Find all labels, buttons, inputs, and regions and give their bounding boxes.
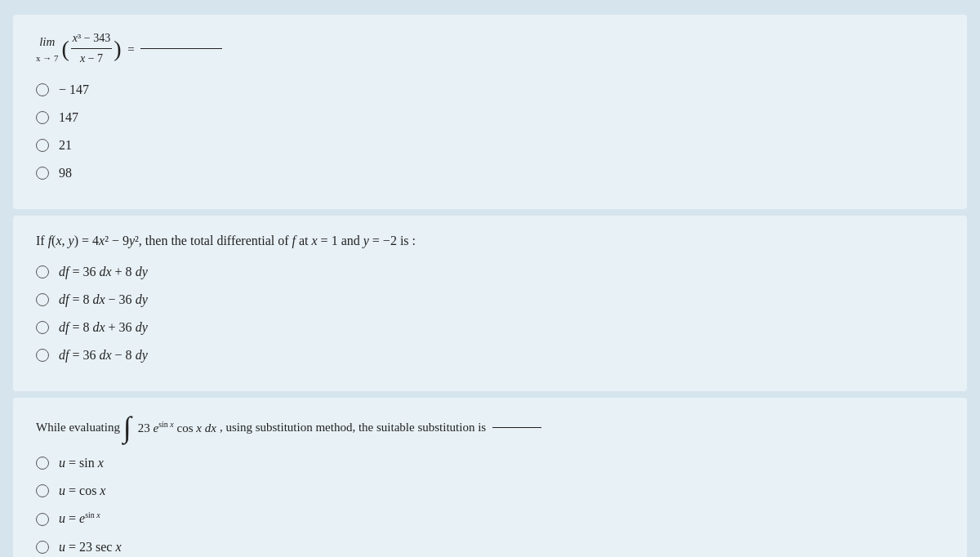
q1-numerator: x³ − 343 bbox=[71, 29, 112, 49]
q3-option-c-text: u = esin x bbox=[59, 509, 100, 528]
q3-radio-c[interactable] bbox=[36, 513, 49, 526]
q2-option-c-text: df = 8 dx + 36 dy bbox=[59, 318, 148, 337]
q3-radio-d[interactable] bbox=[36, 541, 49, 554]
open-paren: ( bbox=[62, 38, 69, 60]
question-2-block: If f(x, y) = 4x² − 9y², then the total d… bbox=[13, 216, 967, 392]
question-2-text: If f(x, y) = 4x² − 9y², then the total d… bbox=[36, 234, 416, 247]
q2-radio-b[interactable] bbox=[36, 293, 49, 306]
q2-radio-a[interactable] bbox=[36, 265, 49, 278]
q3-radio-a[interactable] bbox=[36, 457, 49, 470]
q3-option-c[interactable]: u = esin x bbox=[36, 509, 944, 528]
q3-answer-blank bbox=[492, 427, 541, 428]
q1-option-a[interactable]: − 147 bbox=[36, 80, 944, 100]
q2-option-b[interactable]: df = 8 dx − 36 dy bbox=[36, 290, 944, 310]
q1-option-c[interactable]: 21 bbox=[36, 136, 944, 155]
q2-option-a[interactable]: df = 36 dx + 8 dy bbox=[36, 262, 944, 282]
q1-option-d[interactable]: 98 bbox=[36, 163, 944, 183]
q1-denominator: x − 7 bbox=[78, 49, 105, 68]
q3-option-b-text: u = cos x bbox=[59, 481, 105, 501]
integral-symbol: ∫ bbox=[123, 412, 131, 442]
question-1-header: lim x → 7 ( x³ − 343 x − 7 ) = bbox=[36, 29, 944, 69]
q2-radio-c[interactable] bbox=[36, 321, 49, 334]
q1-radio-a[interactable] bbox=[36, 83, 49, 96]
question-1-block: lim x → 7 ( x³ − 343 x − 7 ) = − 147 147… bbox=[13, 15, 967, 209]
q3-option-a-text: u = sin x bbox=[59, 453, 104, 473]
q1-radio-c[interactable] bbox=[36, 139, 49, 152]
q1-option-a-text: − 147 bbox=[59, 80, 89, 100]
q1-option-b-text: 147 bbox=[59, 108, 78, 127]
q3-option-b[interactable]: u = cos x bbox=[36, 481, 944, 501]
q1-option-c-text: 21 bbox=[59, 136, 72, 155]
q3-option-a[interactable]: u = sin x bbox=[36, 453, 944, 473]
q1-options: − 147 147 21 98 bbox=[36, 80, 944, 183]
q2-option-b-text: df = 8 dx − 36 dy bbox=[59, 290, 148, 310]
q1-fraction: x³ − 343 x − 7 bbox=[71, 29, 112, 69]
q3-option-d[interactable]: u = 23 sec x bbox=[36, 537, 944, 557]
q2-option-d-text: df = 36 dx − 8 dy bbox=[59, 345, 148, 365]
q2-radio-d[interactable] bbox=[36, 349, 49, 362]
q3-integral-expr: 23 esin x cos x dx bbox=[138, 420, 216, 435]
q3-preamble-before: While evaluating bbox=[36, 421, 120, 434]
q1-equals: = bbox=[124, 39, 137, 59]
lim-operator: lim x → 7 bbox=[36, 32, 59, 66]
close-paren: ) bbox=[114, 38, 121, 60]
q1-option-b[interactable]: 147 bbox=[36, 108, 944, 127]
question-2-header: If f(x, y) = 4x² − 9y², then the total d… bbox=[36, 230, 944, 252]
q1-option-d-text: 98 bbox=[59, 163, 72, 183]
question-3-header: While evaluating ∫ 23 esin x cos x dx , … bbox=[36, 412, 944, 442]
question-3-block: While evaluating ∫ 23 esin x cos x dx , … bbox=[13, 398, 967, 557]
q2-option-c[interactable]: df = 8 dx + 36 dy bbox=[36, 318, 944, 337]
q2-option-d[interactable]: df = 36 dx − 8 dy bbox=[36, 345, 944, 365]
q3-option-d-text: u = 23 sec x bbox=[59, 537, 122, 557]
q3-preamble-after: , using substitution method, the suitabl… bbox=[220, 421, 486, 434]
q1-answer-blank bbox=[140, 48, 222, 49]
q2-option-a-text: df = 36 dx + 8 dy bbox=[59, 262, 148, 282]
q1-radio-b[interactable] bbox=[36, 111, 49, 124]
q1-radio-d[interactable] bbox=[36, 167, 49, 180]
q3-radio-b[interactable] bbox=[36, 484, 49, 497]
q3-options: u = sin x u = cos x u = esin x u = 23 se… bbox=[36, 453, 944, 556]
q2-options: df = 36 dx + 8 dy df = 8 dx − 36 dy df =… bbox=[36, 262, 944, 365]
